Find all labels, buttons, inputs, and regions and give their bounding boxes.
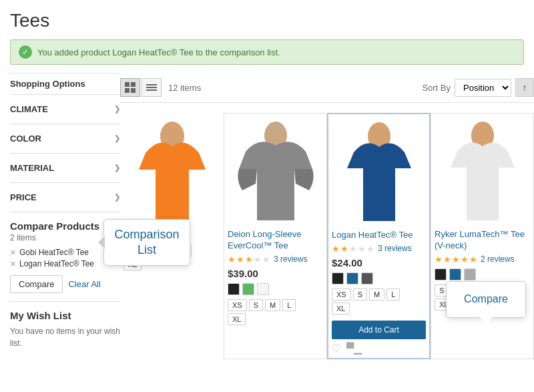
filter-material-label: MATERIAL [10, 163, 54, 173]
swatch[interactable] [464, 268, 476, 280]
product-2-sizes: XS S M L [228, 299, 323, 311]
view-toggle [120, 78, 162, 97]
compare-tooltip-text: Compare [464, 292, 508, 307]
wishlist-icon[interactable]: ♡ [332, 342, 341, 355]
shopping-options-label: Shopping Options [10, 79, 85, 89]
product-4-reviews[interactable]: 2 reviews [481, 254, 515, 264]
swatch[interactable] [228, 283, 240, 295]
content-area: 12 items Sort By Position Name Price ↑ [120, 73, 534, 359]
size-xl[interactable]: XL [228, 313, 246, 325]
size-xl[interactable]: XL [332, 303, 350, 315]
remove-item-2[interactable]: ✕ [10, 260, 16, 268]
swatch[interactable] [346, 272, 358, 284]
compare-tooltip-arrow [479, 317, 493, 324]
add-to-cart-button[interactable]: Add to Cart [332, 321, 426, 339]
star: ★ [358, 244, 366, 254]
wishlist-section: My Wish List You have no items in your w… [10, 302, 120, 357]
check-icon: ✓ [19, 45, 32, 59]
size-s[interactable]: S [353, 288, 367, 301]
filter-color-header[interactable]: COLOR ❯ [10, 131, 120, 146]
product-card-3: Compare Logan HeatTec® Tee ★ ★ ★ [327, 113, 431, 359]
compare-section: ComparisonList Compare Products 2 items … [10, 212, 120, 302]
star: ★ [461, 254, 469, 264]
swatch[interactable] [361, 272, 373, 284]
product-3-swatches [332, 272, 426, 284]
star: ★ [443, 254, 451, 264]
wishlist-empty-text: You have no items in your wish list. [10, 325, 120, 349]
filter-material-header[interactable]: MATERIAL ❯ [10, 160, 120, 176]
product-3-sizes2: XL [332, 303, 426, 315]
banner-message: You added product Logan HeatTec® Tee to … [37, 47, 280, 57]
size-s[interactable]: S [249, 299, 263, 311]
compare-button[interactable]: Compare [10, 275, 63, 293]
size-xs[interactable]: XS [228, 299, 247, 311]
swatch[interactable] [449, 268, 461, 280]
success-banner: ✓ You added product Logan HeatTec® Tee t… [10, 39, 524, 65]
product-3-name[interactable]: Logan HeatTec® Tee [332, 230, 426, 241]
filter-color-chevron: ❯ [114, 134, 120, 143]
sort-label: Sort By [422, 83, 451, 93]
star: ★ [262, 254, 270, 264]
remove-item-1[interactable]: ✕ [10, 248, 16, 257]
list-view-button[interactable] [142, 78, 162, 97]
item-count: 12 items [168, 83, 415, 93]
star: ★ [349, 244, 357, 254]
filter-color-label: COLOR [10, 134, 41, 144]
product-image-svg-1 [132, 116, 212, 223]
product-image-svg-2 [236, 117, 316, 224]
product-image-3 [336, 118, 423, 224]
size-l[interactable]: L [386, 288, 400, 301]
size-xs[interactable]: XS [332, 288, 351, 301]
swatch[interactable] [435, 268, 447, 280]
swatch[interactable] [257, 283, 269, 295]
product-2-price: $39.00 [228, 268, 323, 279]
comparison-tooltip-text: ComparisonList [114, 227, 179, 258]
filter-price-label: PRICE [10, 192, 37, 202]
page-container: Tees ✓ You added product Logan HeatTec® … [0, 0, 534, 392]
star: ★ [366, 244, 374, 254]
product-4-name[interactable]: Ryker LumaTech™ Tee (V-neck) [435, 229, 530, 252]
product-image-4 [439, 117, 526, 224]
wishlist-title: My Wish List [10, 310, 120, 321]
star: ★ [435, 254, 443, 264]
sort-area: Sort By Position Name Price ↑ [422, 78, 534, 97]
swatch[interactable] [242, 283, 254, 295]
grid-view-button[interactable] [120, 78, 140, 97]
filter-price-chevron: ❯ [114, 193, 120, 202]
sidebar-toolbar: Shopping Options [10, 73, 120, 95]
product-3-actions: ♡ ▀▁ [332, 342, 426, 355]
filter-climate[interactable]: CLIMATE ❯ [10, 95, 120, 124]
product-image-1 [129, 116, 216, 223]
filter-material[interactable]: MATERIAL ❯ [10, 154, 120, 183]
clear-all-button[interactable]: Clear All [68, 279, 100, 289]
product-image-2 [232, 117, 319, 224]
filter-climate-header[interactable]: CLIMATE ❯ [10, 102, 120, 117]
main-layout: Shopping Options CLIMATE ❯ COLOR ❯ MATER… [10, 73, 524, 359]
size-l[interactable]: L [282, 299, 296, 311]
size-m[interactable]: M [369, 288, 384, 301]
star: ★ [452, 254, 460, 264]
filter-price[interactable]: PRICE ❯ [10, 183, 120, 212]
filter-material-chevron: ❯ [114, 164, 120, 172]
product-2-name[interactable]: Deion Long-Sleeve EverCool™ Tee [228, 229, 323, 252]
filter-color[interactable]: COLOR ❯ [10, 124, 120, 154]
swatch[interactable] [332, 272, 344, 284]
sort-select[interactable]: Position Name Price [455, 79, 511, 97]
product-3-sizes: XS S M L [332, 288, 426, 301]
product-2-rating: ★ ★ ★ ★ ★ 3 reviews [228, 254, 308, 264]
filter-climate-label: CLIMATE [10, 104, 48, 114]
size-m[interactable]: M [265, 299, 280, 311]
filter-price-header[interactable]: PRICE ❯ [10, 190, 120, 205]
star: ★ [340, 244, 348, 254]
product-3-reviews[interactable]: 3 reviews [378, 244, 412, 254]
product-2-sizes2: XL [228, 313, 323, 325]
star: ★ [236, 254, 244, 264]
sort-direction-button[interactable]: ↑ [515, 78, 534, 97]
product-2-swatches [228, 283, 323, 295]
compare-item-1-name: Gobi HeatTec® Tee [19, 248, 89, 257]
comparison-tooltip: ComparisonList [103, 219, 190, 266]
product-2-reviews[interactable]: 3 reviews [274, 254, 308, 264]
product-card-2: Deion Long-Sleeve EverCool™ Tee ★ ★ ★ ★ … [224, 113, 327, 359]
product-4-rating: ★ ★ ★ ★ ★ 2 reviews [435, 254, 515, 264]
compare-chart-icon[interactable]: ▀▁ [346, 342, 362, 355]
